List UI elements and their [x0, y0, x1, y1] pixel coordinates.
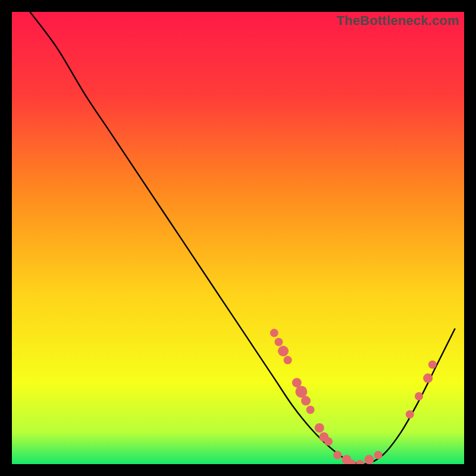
sample-point	[333, 451, 342, 459]
sample-point	[364, 455, 374, 464]
watermark-text: TheBottleneck.com	[337, 13, 459, 29]
sample-point	[423, 374, 433, 383]
sample-point	[415, 392, 423, 400]
sample-point	[270, 329, 278, 337]
sample-point	[301, 396, 311, 406]
sample-point	[374, 451, 383, 459]
sample-point	[295, 386, 307, 397]
sample-point	[406, 410, 414, 418]
sample-point	[324, 437, 333, 446]
sample-point	[315, 423, 324, 433]
gradient-background	[12, 12, 464, 464]
sample-point	[274, 338, 283, 346]
chart-svg	[12, 12, 464, 464]
chart-frame: TheBottleneck.com	[12, 12, 464, 464]
sample-point	[284, 356, 292, 364]
sample-point	[306, 406, 315, 414]
sample-point	[278, 346, 289, 356]
sample-point	[428, 361, 437, 369]
